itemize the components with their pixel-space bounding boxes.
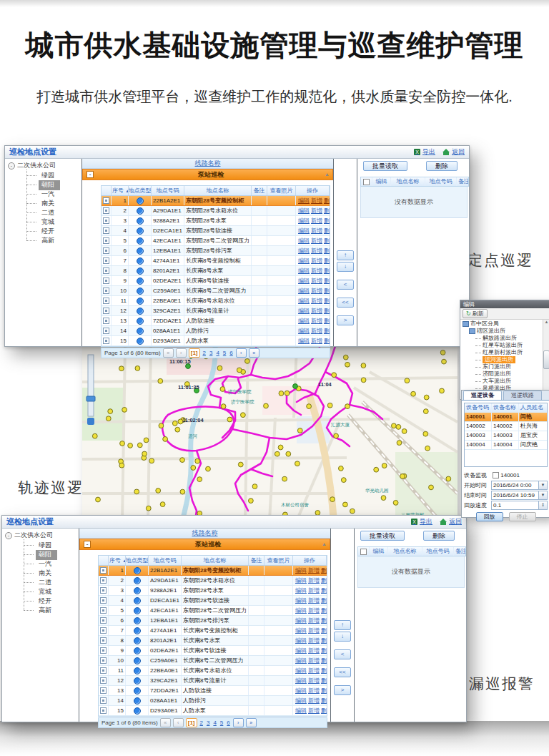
row-expand-icon[interactable] (100, 597, 107, 604)
row-expand-icon[interactable] (103, 288, 109, 294)
tree-item-一汽[interactable]: 一汽 (26, 190, 81, 199)
table-row[interactable]: 122B1A2E1东朝阳28号变频控制柜编辑新增删除 (102, 196, 330, 206)
tree-item-南关[interactable]: 南关 (26, 199, 81, 208)
row-expand-icon[interactable] (100, 637, 107, 644)
patrol-point-marker[interactable] (282, 476, 287, 481)
header-3[interactable]: 地点名称 (182, 556, 249, 565)
op-编辑-link[interactable]: 编辑 (298, 247, 310, 254)
tree-item-二道[interactable]: 二道 (26, 208, 81, 217)
monitor-checkbox[interactable] (493, 472, 499, 478)
page-link-4[interactable]: 4 (215, 350, 219, 356)
patrol-point-marker[interactable] (195, 458, 200, 463)
row-expand-icon[interactable] (100, 587, 107, 594)
batch-read-button[interactable]: 批量读取 (363, 161, 407, 171)
table-row[interactable]: 15D293A0E1人防水泵编辑新增删除 (99, 706, 327, 716)
op-编辑-link[interactable]: 编辑 (298, 207, 310, 214)
page-link-5[interactable]: 5 (222, 350, 227, 356)
delete-button[interactable]: 删除 (426, 161, 458, 171)
patrol-point-marker[interactable] (295, 461, 300, 466)
op-删除-link[interactable]: 删除 (324, 328, 330, 334)
op-删除-link[interactable]: 删除 (324, 207, 330, 214)
patrol-point-marker[interactable] (137, 443, 142, 448)
select-all-checkbox[interactable] (360, 549, 367, 555)
device-row[interactable]: 140002140002杜兴海 (465, 422, 547, 431)
station-item[interactable]: 济阳派出所 (463, 370, 549, 378)
op-新增-link[interactable]: 新增 (311, 328, 322, 334)
page-link-2[interactable]: 2 (199, 720, 204, 726)
batch-read-button[interactable]: 批量读取 (360, 531, 405, 541)
table-row[interactable]: 39288A2E1东朝阳28号水泵编辑新增删除 (99, 586, 327, 596)
row-expand-icon[interactable] (103, 338, 109, 344)
row-expand-icon[interactable] (100, 567, 107, 574)
row-expand-icon[interactable] (100, 607, 107, 614)
scroll-thumb[interactable] (543, 350, 549, 369)
collapse-icon[interactable]: - (86, 171, 94, 178)
patrol-point-marker[interactable] (405, 378, 410, 383)
tree-item-一汽[interactable]: 一汽 (24, 559, 79, 569)
op-新增-link[interactable]: 新增 (308, 627, 320, 634)
row-expand-icon[interactable] (103, 278, 109, 284)
op-删除-link[interactable]: 删除 (321, 617, 327, 624)
patrol-point-marker[interactable] (119, 463, 124, 468)
table-row[interactable]: 88201A2E1长庆南8号水泵编辑新增删除 (102, 266, 330, 276)
op-编辑-link[interactable]: 编辑 (295, 677, 307, 684)
patrol-point-marker[interactable] (423, 431, 428, 436)
export-button[interactable]: X 导出 (411, 517, 432, 526)
stop-button[interactable]: 停止 (509, 512, 536, 521)
patrol-point-marker[interactable] (163, 437, 168, 442)
op-编辑-link[interactable]: 编辑 (295, 687, 307, 694)
patrol-point-marker[interactable] (191, 466, 196, 471)
table-row[interactable]: 1122BEA0E1长庆南8号水箱水位编辑新增删除 (102, 296, 330, 306)
patrol-point-marker[interactable] (180, 458, 185, 463)
tree-item-经开[interactable]: 经开 (26, 227, 81, 236)
op-删除-link[interactable]: 删除 (321, 567, 327, 574)
group-row-pump-station[interactable]: - 泵站巡检 ▲ (82, 169, 333, 180)
page-next-button[interactable]: › (233, 718, 244, 727)
tree-item-绿园[interactable]: 绿园 (24, 541, 79, 550)
row-expand-icon[interactable] (103, 227, 109, 234)
patrol-point-marker[interactable] (197, 477, 202, 482)
patrol-point-marker[interactable] (160, 502, 165, 507)
op-删除-link[interactable]: 删除 (324, 237, 330, 244)
page-link-6[interactable]: 6 (226, 720, 230, 726)
row-expand-icon[interactable] (100, 677, 107, 684)
tab-patrol-route[interactable]: 巡逻线路 (503, 391, 542, 400)
op-新增-link[interactable]: 新增 (308, 667, 320, 674)
op-删除-link[interactable]: 删除 (321, 597, 327, 604)
patrol-point-marker[interactable] (106, 416, 111, 421)
row-expand-icon[interactable] (100, 577, 107, 584)
op-新增-link[interactable]: 新增 (311, 207, 322, 214)
station-tree-scrollbar[interactable]: ▲ ▼ (543, 320, 549, 399)
op-新增-link[interactable]: 新增 (308, 577, 320, 584)
op-编辑-link[interactable]: 编辑 (298, 278, 310, 284)
op-编辑-link[interactable]: 编辑 (295, 697, 307, 704)
transfer-button-3[interactable]: << (334, 667, 351, 677)
row-expand-icon[interactable] (103, 197, 109, 204)
end-time-input[interactable]: 2016/6/24 10:59▼ (491, 491, 548, 500)
patrol-point-marker[interactable] (361, 363, 366, 368)
op-新增-link[interactable]: 新增 (311, 308, 322, 314)
row-expand-icon[interactable] (103, 267, 109, 274)
op-编辑-link[interactable]: 编辑 (295, 617, 307, 624)
row-expand-icon[interactable] (103, 257, 109, 264)
op-新增-link[interactable]: 新增 (308, 677, 320, 684)
op-新增-link[interactable]: 新增 (308, 637, 320, 644)
op-编辑-link[interactable]: 编辑 (298, 338, 310, 344)
op-新增-link[interactable]: 新增 (311, 257, 322, 264)
op-删除-link[interactable]: 删除 (321, 637, 327, 644)
op-删除-link[interactable]: 删除 (321, 607, 327, 614)
patrol-point-marker[interactable] (279, 391, 284, 396)
op-删除-link[interactable]: 删除 (324, 257, 330, 264)
op-新增-link[interactable]: 新增 (311, 298, 322, 304)
patrol-point-marker[interactable] (442, 359, 447, 364)
spinner-icon[interactable]: ⇕ (538, 501, 547, 509)
op-删除-link[interactable]: 删除 (321, 587, 327, 594)
patrol-point-marker[interactable] (227, 417, 232, 422)
patrol-point-marker[interactable] (175, 427, 180, 432)
row-expand-icon[interactable] (103, 308, 109, 314)
tree-item-宽城[interactable]: 宽城 (24, 587, 79, 597)
tab-patrol-device[interactable]: 巡逻设备 (463, 391, 502, 400)
header-1[interactable]: 地点类型 (126, 556, 149, 565)
row-expand-icon[interactable] (100, 657, 107, 664)
table-row[interactable]: 74274A1E1长庆南8号变频控制柜编辑新增删除 (102, 256, 330, 266)
